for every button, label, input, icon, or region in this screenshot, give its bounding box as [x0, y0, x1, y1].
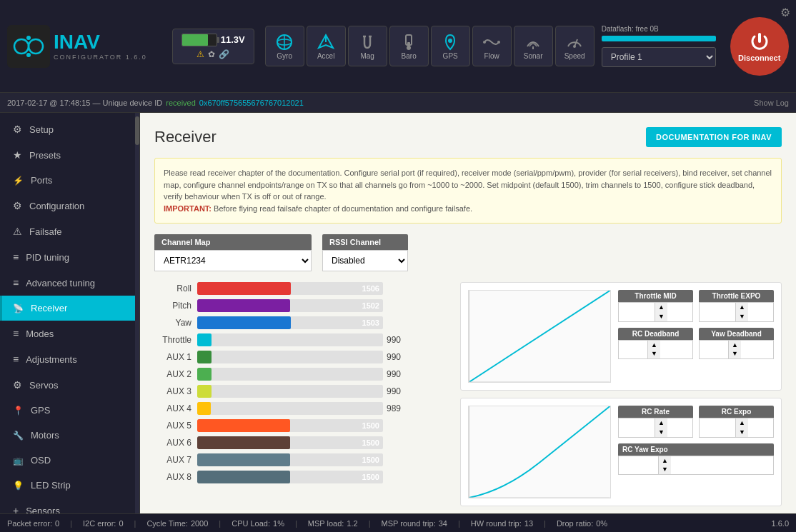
- sidebar-label-sensors: Sensors: [26, 506, 60, 514]
- nav-flow-label: Flow: [484, 52, 499, 60]
- throttle-row2: RC Deadband 5 ▲ ▼: [618, 328, 774, 360]
- flow-icon: [482, 32, 502, 52]
- throttle-expo-input[interactable]: 0.00: [700, 304, 735, 320]
- rc-yaw-expo-up[interactable]: ▲: [658, 456, 671, 466]
- packet-error-stat: Packet error: 0: [7, 519, 59, 528]
- rc-yaw-expo-label: RC Yaw Expo: [618, 443, 774, 456]
- yaw-deadband-input[interactable]: 5: [700, 341, 728, 357]
- baro-icon: [399, 32, 419, 52]
- channel-bar-container-7: [197, 402, 383, 415]
- channel-bar-5: [197, 368, 212, 381]
- sidebar-item-servos[interactable]: ⚙ Servos: [0, 372, 139, 398]
- channel-value-0: 1506: [362, 284, 379, 293]
- throttle-mid-up[interactable]: ▲: [655, 303, 667, 312]
- rc-yaw-expo-input[interactable]: 0.20: [619, 457, 658, 473]
- osd-icon: 📺: [13, 456, 24, 466]
- scrollbar-thumb[interactable]: [135, 116, 139, 145]
- sidebar-item-failsafe[interactable]: ⚠ Failsafe: [0, 219, 139, 244]
- sidebar-item-modes[interactable]: ≡ Modes: [0, 321, 139, 346]
- yaw-deadband-group: Yaw Deadband 5 ▲ ▼: [699, 328, 774, 360]
- rc-rate-input[interactable]: 1.00: [619, 420, 655, 436]
- throttle-mid-input[interactable]: 0.50: [619, 304, 655, 320]
- nav-gps[interactable]: GPS: [431, 26, 470, 66]
- yaw-deadband-down[interactable]: ▼: [728, 349, 741, 358]
- sidebar-item-advanced-tuning[interactable]: ≡ Advanced tuning: [0, 270, 139, 296]
- svg-point-19: [573, 45, 576, 48]
- sidebar-item-setup[interactable]: ⚙ Setup: [0, 116, 139, 142]
- svg-point-4: [26, 53, 31, 57]
- sidebar-label-servos: Servos: [29, 380, 58, 391]
- show-log-button[interactable]: Show Log: [754, 99, 789, 107]
- sidebar-item-ports[interactable]: ⚡ Ports: [0, 168, 139, 193]
- yaw-deadband-up[interactable]: ▲: [728, 341, 741, 350]
- channel-map-select[interactable]: AETR1234 TAER1234 REAT1234: [154, 250, 312, 271]
- rc-expo-input[interactable]: 0.70: [700, 420, 735, 436]
- rc-yaw-expo-group: RC Yaw Expo 0.20 ▲ ▼: [618, 443, 774, 476]
- version-label: 1.6.0: [772, 519, 789, 528]
- sidebar-item-adjustments[interactable]: ≡ Adjustments: [0, 346, 139, 372]
- rc-expo-down[interactable]: ▼: [735, 428, 748, 437]
- sidebar-item-motors[interactable]: 🔧 Motors: [0, 423, 139, 448]
- sidebar-item-osd[interactable]: 📺 OSD: [0, 448, 139, 473]
- channel-bar-4: [197, 351, 212, 363]
- rc-rate-down[interactable]: ▼: [655, 428, 667, 437]
- throttle-expo-buttons: ▲ ▼: [735, 303, 748, 321]
- sidebar-item-pid-tuning[interactable]: ≡ PID tuning: [0, 244, 139, 270]
- speed-icon: [564, 32, 584, 52]
- channel-value-10: 1500: [362, 456, 379, 464]
- main-layout: ⚙ Setup ★ Presets ⚡ Ports ⚙ Configuratio…: [0, 113, 796, 513]
- logo-area: INAV CONFIGURATOR 1.6.0: [7, 25, 147, 68]
- rc-deadband-down[interactable]: ▼: [647, 349, 660, 358]
- rc-deadband-up[interactable]: ▲: [647, 341, 660, 350]
- packet-error-value: 0: [55, 519, 59, 528]
- sidebar-item-sensors[interactable]: + Sensors: [0, 498, 139, 513]
- scrollbar-track: [135, 113, 139, 513]
- channel-row-pitch: Pitch 1502: [154, 299, 449, 312]
- ssri-select[interactable]: Disabled AUX 1 AUX 2 AUX 3 AUX 4: [322, 250, 408, 271]
- sidebar-label-receiver: Receiver: [31, 303, 67, 313]
- throttle-mid-group: Throttle MID 0.50 ▲ ▼: [618, 290, 693, 322]
- doc-button[interactable]: DOCUMENTATION FOR INAV: [646, 127, 782, 147]
- ssri-label: RSSI Channel: [322, 234, 408, 250]
- logo-icon: [7, 25, 50, 68]
- channel-value-9: 1500: [362, 438, 379, 447]
- nav-accel[interactable]: Accel: [307, 26, 346, 66]
- rc-rate-buttons: ▲ ▼: [655, 418, 667, 437]
- nav-mag[interactable]: Mag: [348, 26, 387, 66]
- rc-yaw-expo-down[interactable]: ▼: [658, 465, 671, 474]
- nav-gyro[interactable]: Gyro: [265, 26, 304, 66]
- nav-sonar[interactable]: Sonar: [514, 26, 553, 66]
- channel-value-outside-3: 990: [387, 335, 401, 345]
- throttle-mid-down[interactable]: ▼: [655, 312, 667, 321]
- sidebar-label-presets: Presets: [29, 150, 61, 161]
- disconnect-label: Disconnect: [738, 54, 780, 62]
- rc-rate-up[interactable]: ▲: [655, 418, 667, 428]
- throttle-expo-up[interactable]: ▲: [735, 303, 748, 312]
- sidebar-item-gps[interactable]: 📍 GPS: [0, 398, 139, 423]
- msp-round-stat: MSP round trip: 34: [382, 519, 447, 528]
- profile-select[interactable]: Profile 1: [602, 47, 716, 67]
- channel-value-11: 1500: [362, 473, 379, 481]
- gear-icon[interactable]: ⚙: [780, 6, 790, 19]
- sidebar-label-ports: Ports: [31, 175, 52, 186]
- throttle-mid-spinner: 0.50 ▲ ▼: [618, 302, 693, 322]
- warning-text: Please read receiver chapter of the docu…: [164, 169, 772, 201]
- channel-row-aux2: AUX 2 990: [154, 368, 449, 381]
- nav-flow[interactable]: Flow: [472, 26, 512, 66]
- rc-deadband-input[interactable]: 5: [619, 341, 647, 357]
- sidebar-item-presets[interactable]: ★ Presets: [0, 142, 139, 168]
- channel-bar-container-10: 1500: [197, 453, 383, 466]
- sidebar-item-configuration[interactable]: ⚙ Configuration: [0, 193, 139, 219]
- sidebar-item-led-strip[interactable]: 💡 LED Strip: [0, 473, 139, 498]
- sidebar-item-receiver[interactable]: 📡 Receiver: [0, 296, 139, 321]
- nav-speed[interactable]: Speed: [555, 26, 594, 66]
- nav-baro[interactable]: Baro: [389, 26, 429, 66]
- disconnect-button[interactable]: Disconnect: [730, 17, 789, 76]
- rc-expo-up[interactable]: ▲: [735, 418, 748, 428]
- hw-round-stat: HW round trip: 13: [471, 519, 533, 528]
- channel-bar-8: [197, 419, 290, 432]
- throttle-expo-down[interactable]: ▼: [735, 312, 748, 321]
- channel-bar-0: [197, 282, 291, 295]
- channel-row-aux6: AUX 6 1500: [154, 436, 449, 449]
- throttle-expo-label: Throttle EXPO: [699, 290, 774, 302]
